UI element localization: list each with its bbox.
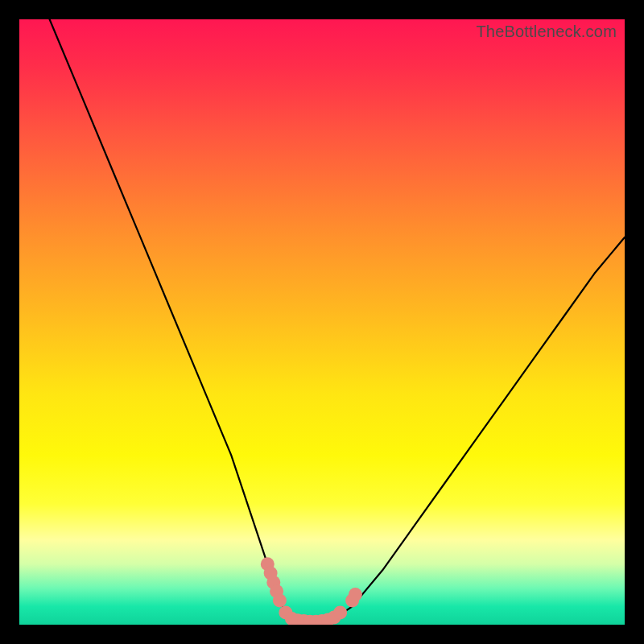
curve-layer [19, 19, 625, 625]
highlight-markers [261, 557, 362, 625]
chart-frame: TheBottleneck.com [0, 0, 644, 644]
plot-area: TheBottleneck.com [19, 19, 625, 625]
highlight-dot [273, 593, 287, 607]
bottleneck-curve [50, 19, 625, 621]
highlight-dot [349, 588, 362, 601]
watermark-text: TheBottleneck.com [476, 23, 617, 41]
highlight-dot [333, 606, 347, 620]
